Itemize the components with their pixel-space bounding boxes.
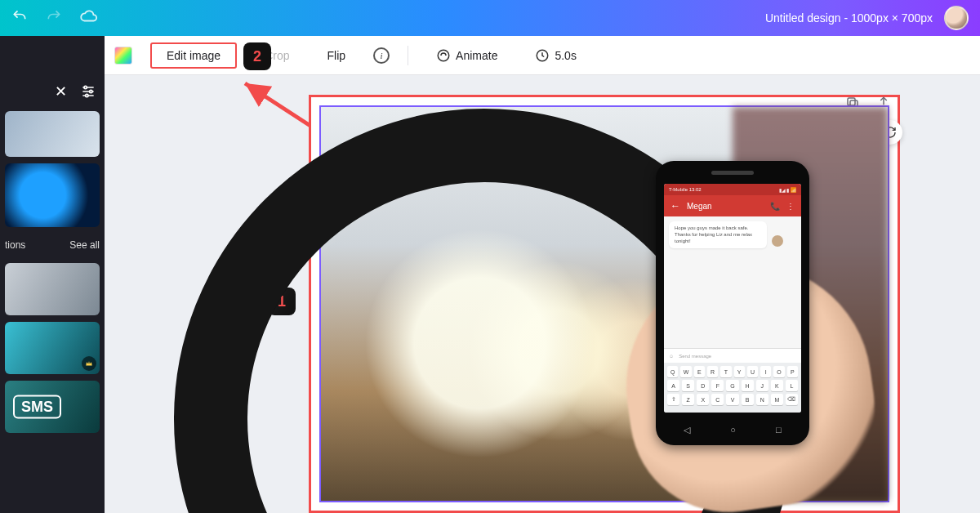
- keyboard-key: T: [720, 366, 731, 377]
- phone-status-bar: T-Mobile 13:02▮◢ ▮ 📶: [664, 184, 801, 195]
- keyboard-key: U: [747, 366, 758, 377]
- context-toolbar: Edit image Crop Flip i Animate 5.0s: [0, 36, 980, 75]
- asset-thumbnail[interactable]: [5, 111, 100, 157]
- svg-rect-7: [848, 98, 855, 105]
- asset-thumbnail[interactable]: [5, 163, 100, 227]
- keyboard-key: M: [771, 394, 783, 405]
- keyboard-key: Q: [667, 366, 678, 377]
- keyboard-key: W: [680, 366, 691, 377]
- keyboard-key: F: [711, 380, 724, 391]
- message-bubble: Hope you guys made it back safe. Thanks …: [669, 221, 767, 248]
- keyboard-key: J: [756, 380, 768, 391]
- svg-point-4: [86, 94, 88, 96]
- user-avatar[interactable]: [944, 6, 969, 30]
- edit-image-button[interactable]: Edit image: [150, 42, 237, 69]
- canvas-image[interactable]: T-Mobile 13:02▮◢ ▮ 📶 ← Megan 📞 ⋮ Hope yo…: [321, 107, 888, 501]
- keyboard-key: G: [726, 380, 738, 391]
- info-icon[interactable]: i: [373, 47, 390, 64]
- phone-keyboard: QWERTYUIOP ASDFGHJKL ⇧ZXCVBNM⌫: [664, 363, 801, 413]
- keyboard-key: R: [707, 366, 718, 377]
- close-icon[interactable]: ✕: [55, 83, 67, 100]
- keyboard-key: ⌫: [786, 394, 798, 405]
- keyboard-key: N: [756, 394, 768, 405]
- keyboard-key: I: [760, 366, 771, 377]
- duration-button[interactable]: 5.0s: [525, 43, 586, 68]
- phone-app-bar: ← Megan 📞 ⋮: [664, 195, 801, 216]
- keyboard-key: C: [711, 394, 724, 405]
- premium-crown-icon: [82, 356, 96, 371]
- edit-image-label: Edit image: [167, 49, 220, 62]
- keyboard-key: E: [694, 366, 705, 377]
- assets-side-panel: ✕ tions See all SMS: [0, 36, 105, 513]
- svg-point-0: [438, 50, 449, 61]
- call-icon: 📞: [770, 202, 780, 211]
- keyboard-key: L: [786, 380, 798, 391]
- see-all-link[interactable]: See all: [69, 239, 100, 251]
- document-title[interactable]: Untitled design - 1000px × 700px: [765, 11, 933, 25]
- keyboard-key: Z: [682, 394, 694, 405]
- keyboard-key: A: [667, 380, 679, 391]
- keyboard-key: ⇧: [667, 394, 679, 405]
- keyboard-key: H: [742, 380, 754, 391]
- selected-element-frame[interactable]: T-Mobile 13:02▮◢ ▮ 📶 ← Megan 📞 ⋮ Hope yo…: [309, 95, 900, 513]
- asset-thumbnail[interactable]: [5, 322, 100, 374]
- keyboard-key: X: [697, 394, 709, 405]
- canvas-workspace[interactable]: 2 1: [105, 75, 980, 513]
- keyboard-key: D: [697, 380, 709, 391]
- more-icon: ⋮: [786, 202, 795, 211]
- toolbar-divider: [408, 46, 408, 65]
- undo-icon[interactable]: [11, 8, 28, 28]
- selection-outline: T-Mobile 13:02▮◢ ▮ 📶 ← Megan 📞 ⋮ Hope yo…: [319, 105, 889, 502]
- phone-speaker: [711, 171, 754, 175]
- keyboard-key: P: [787, 366, 798, 377]
- asset-thumbnail[interactable]: SMS: [5, 381, 100, 433]
- photo-phone-mockup: T-Mobile 13:02▮◢ ▮ 📶 ← Megan 📞 ⋮ Hope yo…: [656, 161, 809, 445]
- keyboard-key: Y: [734, 366, 745, 377]
- filter-sliders-icon[interactable]: [80, 83, 96, 100]
- message-avatar: [772, 235, 783, 247]
- phone-message-thread: Hope you guys made it back safe. Thanks …: [664, 216, 801, 348]
- app-topbar: Untitled design - 1000px × 700px: [0, 0, 980, 36]
- keyboard-key: V: [726, 394, 738, 405]
- color-picker-swatch[interactable]: [114, 47, 132, 65]
- phone-nav-buttons: ◁○□: [664, 422, 801, 437]
- back-arrow-icon: ←: [670, 200, 680, 212]
- phone-compose-bar: ☺Send message: [664, 348, 801, 363]
- keyboard-key: O: [773, 366, 784, 377]
- annotation-badge-2: 2: [243, 42, 271, 70]
- redo-icon[interactable]: [46, 8, 62, 28]
- animate-button[interactable]: Animate: [426, 43, 507, 68]
- keyboard-key: B: [742, 394, 754, 405]
- flip-button[interactable]: Flip: [318, 44, 356, 67]
- keyboard-key: K: [771, 380, 783, 391]
- cloud-sync-icon[interactable]: [80, 7, 98, 29]
- svg-point-2: [84, 86, 87, 88]
- keyboard-key: S: [682, 380, 694, 391]
- section-header: tions See all: [5, 234, 100, 256]
- svg-point-3: [90, 90, 92, 92]
- sms-badge-label: SMS: [13, 395, 61, 419]
- asset-thumbnail[interactable]: [5, 263, 100, 315]
